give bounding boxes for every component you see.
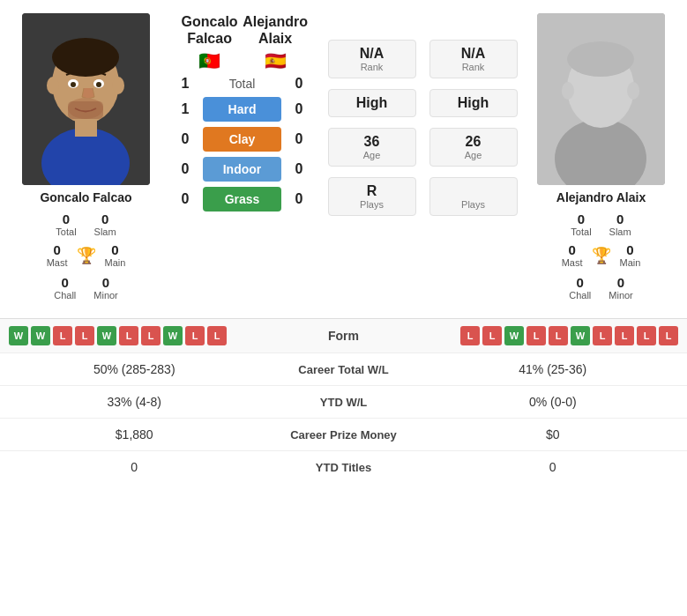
stats-center-label: YTD W/L [256,396,432,409]
form-badge-right: L [637,326,656,345]
player-right-name: Alejandro Alaix [556,190,646,204]
total-left-score: 1 [172,76,198,92]
form-badge-left: W [97,326,116,345]
total-right-score: 0 [286,76,312,92]
stats-right-value: 0 [432,460,675,474]
player-left: Goncalo Falcao 0 Total 0 Slam 0 Mast 🏆 [9,13,163,301]
trophy-icon-left: 🏆 [77,246,96,265]
form-badges-left: WWLLWLLWLL [9,326,278,345]
clay-right-score: 0 [286,131,312,147]
stats-left-value: 0 [13,460,256,474]
svg-rect-12 [75,119,97,137]
stats-right-value: 41% (25-36) [432,362,675,376]
player-left-minor: 0 Minor [93,275,118,301]
stats-left-value: $1,880 [13,427,256,442]
right-plays-box: Plays [429,177,518,216]
left-flag-container: 🇵🇹 [176,50,243,71]
right-flag-container: 🇪🇸 [243,50,308,71]
stats-table-row: 0YTD Titles0 [0,451,687,483]
form-label: Form [278,329,410,343]
clay-score-row: 0 Clay 0 [168,127,317,152]
form-badge-left: L [53,326,72,345]
player-left-name: Goncalo Falcao [40,190,131,204]
total-score-row: 1 Total 0 [168,76,317,92]
left-high-box: High [328,89,416,117]
hard-left-score: 1 [172,101,198,117]
top-section: Goncalo Falcao 0 Total 0 Slam 0 Mast 🏆 [0,0,687,309]
svg-point-8 [71,82,76,87]
form-badge-right: L [659,326,678,345]
svg-point-17 [562,82,574,100]
player-left-main: 0 Main [105,242,126,268]
player-right-stats-row1: 0 Total 0 Slam [571,212,631,237]
left-player-center-name: Goncalo Falcao 🇵🇹 [176,13,243,71]
player-left-photo-svg [22,13,150,185]
left-age-box: 36 Age [328,128,416,167]
stats-left-value: 33% (4-8) [13,395,256,409]
form-badge-left: L [119,326,138,345]
player-right-stats-row3: 0 Chall 0 Minor [569,275,633,301]
form-badge-left: W [31,326,50,345]
stats-table: 50% (285-283)Career Total W/L41% (25-36)… [0,353,687,483]
grass-left-score: 0 [172,191,198,207]
player-right-photo [537,13,665,185]
player-left-photo [22,13,150,185]
right-player-center-name: Alejandro Alaix 🇪🇸 [243,13,308,71]
player-left-total: 0 Total [56,212,76,237]
stats-center-label: Career Prize Money [256,428,432,442]
indoor-button: Indoor [203,157,281,182]
right-rank-box: N/A Rank [429,40,518,78]
clay-button: Clay [203,127,281,152]
form-badge-left: L [207,326,227,345]
player-right-chall: 0 Chall [569,275,591,301]
left-info-boxes: N/A Rank High 36 Age R Plays [325,40,418,223]
player-right-minor: 0 Minor [609,275,633,301]
form-badge-right: L [482,326,502,345]
indoor-right-score: 0 [286,161,312,177]
player-left-slam: 0 Slam [94,212,116,237]
form-badge-right: L [615,326,634,345]
form-badges-right: LLWLLWLLLL [410,326,679,345]
player-right-total: 0 Total [571,212,591,237]
player-right-mast: 0 Mast [562,242,583,268]
indoor-score-row: 0 Indoor 0 [168,157,317,182]
grass-score-row: 0 Grass 0 [168,187,317,212]
total-label: Total [203,77,281,91]
stats-table-row: $1,880Career Prize Money$0 [0,419,687,451]
player-left-stats-row1: 0 Total 0 Slam [56,212,116,237]
form-badge-right: W [571,326,590,345]
form-badge-right: L [526,326,546,345]
hard-score-row: 1 Hard 0 [168,97,317,122]
svg-point-18 [627,82,639,100]
stats-center-label: Career Total W/L [256,363,432,376]
form-badge-right: W [504,326,524,345]
svg-point-9 [96,82,101,87]
player-right-photo-svg [537,13,665,185]
form-badge-right: L [460,326,480,345]
indoor-left-score: 0 [172,161,198,177]
player-right-trophy-row: 0 Mast 🏆 0 Main [562,242,641,268]
stats-left-value: 50% (285-283) [13,362,256,376]
form-badge-left: W [9,326,28,345]
bottom-section: WWLLWLLWLL Form LLWLLWLLLL 50% (285-283)… [0,318,687,483]
svg-point-4 [47,77,59,94]
left-flag: 🇵🇹 [198,50,220,71]
hard-button: Hard [203,97,281,122]
form-badge-left: W [163,326,183,345]
grass-button: Grass [203,187,281,212]
left-rank-box: N/A Rank [328,40,416,78]
stats-right-value: 0% (0-0) [432,395,675,409]
right-info-boxes: N/A Rank High 26 Age Plays [427,40,519,223]
form-badge-right: L [549,326,568,345]
svg-point-16 [567,41,634,77]
svg-point-5 [112,77,124,94]
right-high-box: High [429,89,518,117]
grass-right-score: 0 [286,191,312,207]
trophy-icon-right: 🏆 [592,246,611,265]
player-right-slam: 0 Slam [609,212,631,237]
clay-left-score: 0 [172,131,198,147]
player-right-main: 0 Main [620,242,641,268]
stats-table-row: 50% (285-283)Career Total W/L41% (25-36) [0,353,687,386]
right-flag: 🇪🇸 [265,50,287,71]
stats-right-value: $0 [432,427,675,442]
